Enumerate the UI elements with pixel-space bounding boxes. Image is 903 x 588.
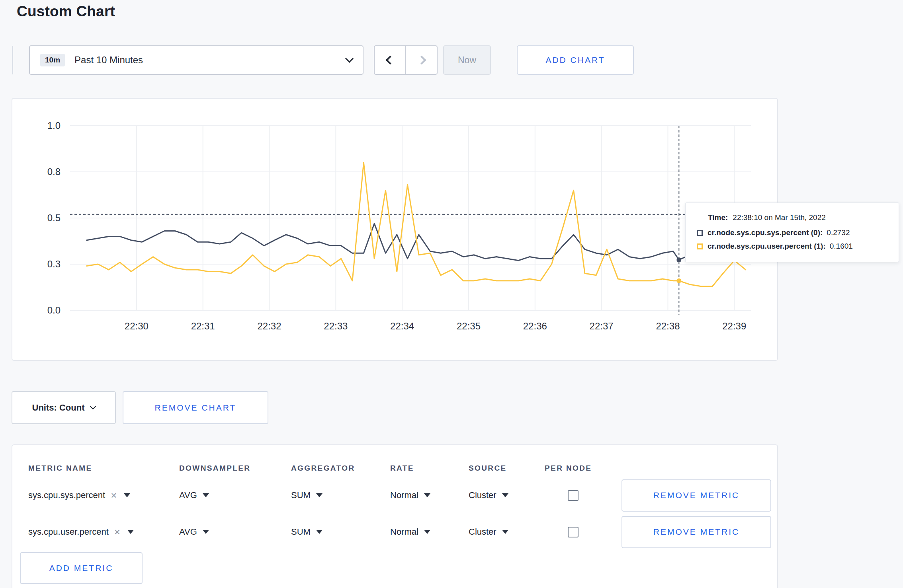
chart-tooltip: Time:22:38:10 on Mar 15th, 2022 cr.node.…: [685, 202, 899, 262]
caret-down-icon: [502, 530, 508, 534]
tooltip-time-value: 22:38:10 on Mar 15th, 2022: [733, 213, 825, 222]
tooltip-series-row: cr.node.sys.cpu.user.percent (1): 0.1601: [697, 242, 887, 251]
chevron-right-icon: [417, 56, 426, 65]
svg-text:0.5: 0.5: [47, 212, 61, 223]
units-label: Units: Count: [32, 403, 85, 413]
caret-down-icon: [424, 493, 430, 497]
metric-name-value: sys.cpu.user.percent: [28, 527, 109, 537]
time-pager: [374, 45, 438, 75]
aggregator-select[interactable]: SUM: [291, 490, 390, 500]
svg-text:22:34: 22:34: [390, 321, 414, 331]
caret-down-icon: [316, 493, 322, 497]
remove-metric-button[interactable]: REMOVE METRIC: [622, 516, 771, 548]
metric-name-select[interactable]: sys.cpu.user.percent ×: [28, 527, 179, 537]
col-metric-name: METRIC NAME: [28, 464, 179, 473]
aggregator-value: SUM: [291, 490, 311, 500]
svg-text:22:32: 22:32: [257, 321, 281, 331]
tooltip-series-label: cr.node.sys.cpu.sys.percent (0):: [708, 228, 823, 237]
chevron-down-icon: [345, 54, 354, 62]
svg-text:22:33: 22:33: [324, 321, 348, 331]
col-per-node: PER NODE: [545, 464, 622, 473]
tooltip-time-label: Time:: [708, 213, 728, 222]
chart-canvas[interactable]: 22:3022:3122:3222:3322:3422:3522:3622:37…: [12, 99, 777, 349]
metric-row: sys.cpu.sys.percent × AVG SUM Normal Clu…: [12, 477, 777, 514]
toolbar: 10m Past 10 Minutes Now: [12, 45, 491, 75]
svg-text:22:38: 22:38: [656, 321, 680, 331]
col-downsampler: DOWNSAMPLER: [179, 464, 291, 473]
downsampler-select[interactable]: AVG: [179, 527, 291, 537]
series-user-swatch-icon: [697, 243, 703, 249]
caret-down-icon: [203, 530, 209, 534]
chevron-down-icon: [90, 403, 96, 410]
time-range-badge: 10m: [40, 54, 65, 66]
svg-text:1.0: 1.0: [47, 120, 61, 131]
svg-text:22:39: 22:39: [722, 321, 746, 331]
add-metric-button[interactable]: ADD METRIC: [20, 552, 143, 584]
source-select[interactable]: Cluster: [469, 490, 545, 500]
clear-metric-icon[interactable]: ×: [114, 527, 120, 537]
rate-value: Normal: [390, 527, 418, 537]
rate-select[interactable]: Normal: [390, 490, 469, 500]
series-sys-swatch-icon: [697, 230, 703, 236]
col-rate: RATE: [390, 464, 469, 473]
col-source: SOURCE: [469, 464, 545, 473]
clear-metric-icon[interactable]: ×: [111, 490, 117, 500]
custom-chart-page: Custom Chart 10m Past 10 Minutes Now ADD…: [0, 0, 903, 588]
metrics-table: METRIC NAME DOWNSAMPLER AGGREGATOR RATE …: [12, 444, 778, 588]
svg-text:22:35: 22:35: [457, 321, 481, 331]
downsampler-select[interactable]: AVG: [179, 490, 291, 500]
source-select[interactable]: Cluster: [469, 527, 545, 537]
metric-name-select[interactable]: sys.cpu.sys.percent ×: [28, 490, 179, 500]
source-value: Cluster: [469, 527, 496, 537]
svg-text:0.3: 0.3: [47, 259, 61, 269]
downsampler-value: AVG: [179, 490, 197, 500]
svg-text:0.0: 0.0: [47, 305, 61, 315]
chart-panel: 22:3022:3122:3222:3322:3422:3522:3622:37…: [12, 98, 778, 361]
prev-range-button[interactable]: [374, 45, 406, 75]
caret-down-icon: [316, 530, 322, 534]
tooltip-series-label: cr.node.sys.cpu.user.percent (1):: [708, 242, 826, 251]
caret-down-icon: [127, 530, 134, 534]
tooltip-series-value: 0.2732: [827, 228, 850, 237]
now-button[interactable]: Now: [443, 45, 491, 75]
tooltip-time: Time:22:38:10 on Mar 15th, 2022: [697, 213, 887, 222]
caret-down-icon: [124, 493, 130, 497]
source-value: Cluster: [469, 490, 496, 500]
svg-text:22:30: 22:30: [125, 321, 149, 331]
per-node-checkbox[interactable]: [568, 527, 579, 537]
aggregator-value: SUM: [291, 527, 311, 537]
svg-text:0.8: 0.8: [47, 166, 61, 177]
caret-down-icon: [502, 493, 508, 497]
svg-text:22:36: 22:36: [523, 321, 547, 331]
remove-metric-button[interactable]: REMOVE METRIC: [622, 479, 771, 512]
tooltip-series-row: cr.node.sys.cpu.sys.percent (0): 0.2732: [697, 228, 887, 237]
svg-text:22:31: 22:31: [191, 321, 215, 331]
per-node-checkbox[interactable]: [568, 490, 579, 501]
next-range-button[interactable]: [406, 45, 438, 75]
time-range-dropdown[interactable]: 10m Past 10 Minutes: [29, 45, 364, 75]
tooltip-series-value: 0.1601: [830, 242, 853, 251]
aggregator-select[interactable]: SUM: [291, 527, 390, 537]
units-dropdown[interactable]: Units: Count: [12, 391, 116, 424]
metrics-table-header: METRIC NAME DOWNSAMPLER AGGREGATOR RATE …: [12, 445, 777, 477]
col-aggregator: AGGREGATOR: [291, 464, 390, 473]
remove-chart-button[interactable]: REMOVE CHART: [123, 391, 268, 424]
page-title: Custom Chart: [17, 3, 115, 20]
svg-text:22:37: 22:37: [590, 321, 614, 331]
rate-value: Normal: [390, 490, 418, 500]
chevron-left-icon: [385, 56, 395, 65]
metric-row: sys.cpu.user.percent × AVG SUM Normal Cl…: [12, 514, 777, 550]
toolbar-divider: [12, 46, 13, 74]
downsampler-value: AVG: [179, 527, 197, 537]
caret-down-icon: [203, 493, 209, 497]
add-chart-button[interactable]: ADD CHART: [517, 45, 634, 75]
caret-down-icon: [424, 530, 430, 534]
metric-name-value: sys.cpu.sys.percent: [28, 490, 105, 500]
time-range-label: Past 10 Minutes: [74, 55, 143, 66]
rate-select[interactable]: Normal: [390, 527, 469, 537]
